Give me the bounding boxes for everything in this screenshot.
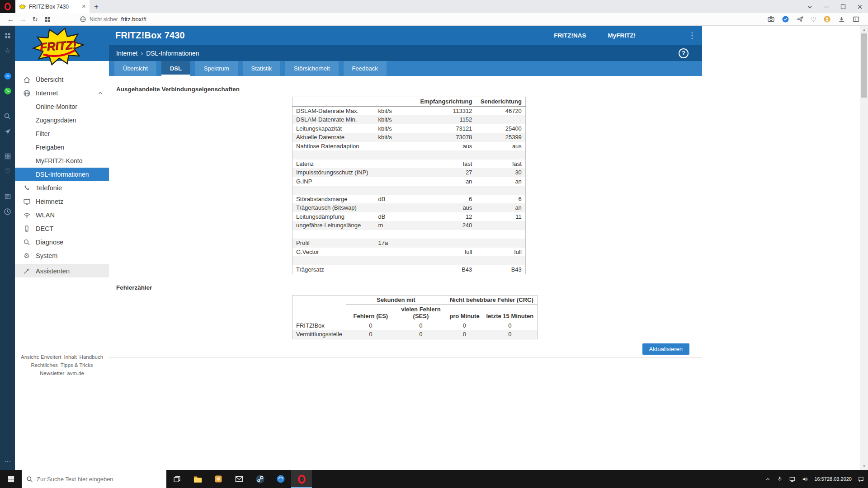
my-flow-icon[interactable] (796, 15, 804, 23)
table-row: Profil 17a (292, 239, 526, 248)
sidebar-item-heimnetz[interactable]: Heimnetz (15, 195, 109, 208)
task-view-button[interactable] (166, 470, 187, 488)
kebab-menu-icon[interactable]: ⋮ (688, 31, 696, 40)
microphone-icon[interactable] (777, 476, 783, 482)
tab-close-icon[interactable]: ✕ (82, 4, 86, 9)
site-info-globe-icon[interactable] (80, 16, 86, 23)
search-icon[interactable] (4, 112, 12, 120)
footer-link-inhalt[interactable]: Inhalt (64, 354, 76, 360)
table-row: Vermittlungsstelle 0 0 0 0 (292, 330, 538, 339)
sidebar-item-dsl-informationen[interactable]: DSL-Informationen (15, 168, 109, 181)
page-title: FRITZ!Box 7430 (115, 30, 185, 41)
footer-link-newsletter[interactable]: Newsletter (40, 371, 64, 376)
security-label[interactable]: Nicht sicher (90, 16, 118, 23)
messenger-icon[interactable] (4, 72, 12, 80)
url-text[interactable]: fritz.box/# (121, 16, 146, 23)
opera-logo-icon (5, 3, 11, 10)
scroll-up-icon[interactable]: ▲ (860, 26, 868, 33)
whatsapp-icon[interactable] (4, 87, 12, 95)
fritz-logo[interactable]: FRITZ! (32, 27, 85, 66)
amber-app-icon[interactable] (208, 470, 229, 488)
profile-avatar-icon[interactable] (823, 15, 831, 23)
tab-statistik[interactable]: Statistik (243, 61, 281, 76)
shield-badge-icon[interactable] (782, 15, 789, 23)
opera-icon[interactable] (291, 470, 312, 488)
tab-feedback[interactable]: Feedback (344, 61, 387, 76)
footer-link-rechtliches[interactable]: Rechtliches (31, 362, 57, 368)
favorites-heart-icon[interactable]: ♡ (4, 167, 12, 175)
footer-link-avmde[interactable]: avm.de (67, 371, 84, 376)
close-button[interactable] (851, 0, 868, 13)
tray-expand-icon[interactable] (765, 476, 771, 482)
back-icon[interactable]: ← (5, 14, 17, 25)
breadcrumb-section[interactable]: Internet (116, 50, 137, 57)
file-explorer-icon[interactable] (187, 470, 208, 488)
downloads-icon[interactable] (838, 15, 845, 23)
sidebar-item-wlan[interactable]: WLAN (15, 208, 109, 222)
sidebar-item-myfritz-konto[interactable]: MyFRITZ!-Konto (15, 154, 109, 168)
scroll-down-icon[interactable]: ▼ (860, 462, 868, 470)
sidebar-item-zugangsdaten[interactable]: Zugangsdaten (15, 113, 109, 127)
scrollbar-thumb[interactable] (861, 33, 867, 98)
wifi-icon (22, 211, 31, 219)
news-reader-icon[interactable] (4, 192, 12, 201)
tab-stoersicherheit[interactable]: Störsicherheit (285, 61, 338, 76)
footer-link-tipps[interactable]: Tipps & Tricks (61, 362, 93, 368)
clock[interactable]: 16:57 28.03.2020 (814, 476, 852, 482)
flow-paper-plane-icon[interactable] (4, 127, 12, 135)
start-page-icon[interactable] (4, 32, 12, 40)
tab-dsl[interactable]: DSL (161, 61, 190, 76)
footer-link-ansicht[interactable]: Ansicht: Erweitert (21, 354, 61, 360)
bookmarks-star-icon[interactable]: ☆ (4, 47, 12, 55)
fritz-favicon-icon (19, 4, 26, 9)
scrollbar[interactable]: ▲ ▼ (860, 26, 868, 470)
sidebar-item-telefonie[interactable]: Telefonie (15, 181, 109, 195)
sidebar-item-uebersicht[interactable]: Übersicht (15, 73, 109, 86)
new-tab-button[interactable]: + (90, 0, 103, 13)
snapshot-camera-icon[interactable] (767, 15, 775, 23)
steam-icon[interactable] (250, 470, 270, 488)
sidebar-item-dect[interactable]: DECT (15, 222, 109, 235)
forward-icon[interactable]: → (17, 14, 29, 25)
sidebar-item-filter[interactable]: Filter (15, 127, 109, 141)
sidebar-item-freigaben[interactable]: Freigaben (15, 141, 109, 154)
extensions-icon[interactable] (4, 152, 12, 160)
footer-link-handbuch[interactable]: Handbuch (80, 354, 103, 360)
speed-dial-icon[interactable] (41, 14, 53, 25)
sidebar-item-diagnose[interactable]: Diagnose (15, 235, 109, 249)
sidebar-item-system[interactable]: ⚙ System (15, 249, 109, 263)
sidebar-setup-icon[interactable]: ⋯ (4, 457, 11, 465)
reload-icon[interactable]: ↻ (29, 14, 41, 25)
maximize-button[interactable] (835, 0, 851, 13)
opera-menu-button[interactable] (0, 0, 15, 13)
history-clock-icon[interactable] (4, 207, 12, 216)
address-bar[interactable]: Nicht sicher fritz.box/# (80, 16, 146, 23)
sidebar-item-assistenten[interactable]: Assistenten (15, 264, 109, 277)
table-row (292, 150, 526, 160)
mail-app-icon[interactable] (229, 470, 250, 488)
taskbar-search-input[interactable] (37, 476, 154, 483)
tab-menu-icon[interactable] (801, 0, 818, 13)
fritznas-link[interactable]: FRITZ!NAS (554, 32, 586, 39)
sidebar-item-online-monitor[interactable]: Online-Monitor (15, 100, 109, 113)
blue-app-icon[interactable] (270, 470, 291, 488)
minimize-button[interactable] (818, 0, 835, 13)
tab-spektrum[interactable]: Spektrum (195, 61, 238, 76)
notification-center-icon[interactable] (858, 476, 864, 483)
sidebar-panels-icon[interactable] (852, 15, 860, 23)
bookmark-heart-icon[interactable]: ♡ (811, 15, 816, 23)
chevron-up-icon[interactable] (97, 90, 104, 96)
sidebar-item-internet[interactable]: Internet (15, 86, 109, 100)
help-icon[interactable]: ? (679, 48, 689, 58)
refresh-button[interactable]: Aktualisieren (642, 343, 689, 355)
myfritz-link[interactable]: MyFRITZ! (608, 32, 636, 39)
table-row: Latenz fast fast (292, 160, 526, 169)
volume-icon[interactable] (802, 476, 808, 483)
network-icon[interactable] (789, 476, 796, 483)
browser-tab[interactable]: FRITZ!Box 7430 ✕ (15, 0, 90, 13)
taskbar-search[interactable] (22, 470, 166, 488)
table-row: G.Vector full full (292, 248, 526, 257)
start-button[interactable] (0, 470, 22, 488)
tab-uebersicht[interactable]: Übersicht (114, 61, 156, 76)
gear-icon: ⚙ (22, 252, 31, 260)
